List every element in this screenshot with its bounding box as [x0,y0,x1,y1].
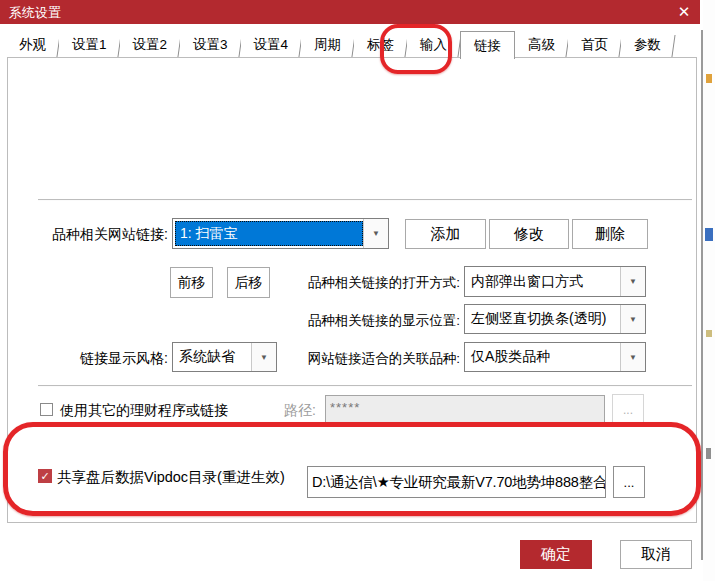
background-speck [705,228,713,241]
tab-settings3[interactable]: 设置3 [180,33,241,57]
divider-top [38,199,692,201]
system-settings-dialog: 系统设置 ✕ 外观 设置1 设置2 设置3 设置4 周期 标签 输入 链接 高级… [0,0,700,581]
vipdoc-browse-button[interactable]: ... [613,466,645,498]
background-speck [706,330,712,337]
tab-input[interactable]: 输入 [407,33,460,57]
add-button[interactable]: 添加 [405,219,486,249]
vipdoc-checkbox[interactable]: ✓ [38,469,52,483]
vipdoc-path-input[interactable]: D:\通达信\★专业研究最新V7.70地势坤888整合版 [307,466,606,498]
tab-settings1[interactable]: 设置1 [59,33,120,57]
tab-settings2[interactable]: 设置2 [120,33,181,57]
background-speck [706,74,712,83]
other-program-label: 使用其它的理财程序或链接 [60,402,228,420]
display-position-value: 左侧竖直切换条(透明) [466,306,620,332]
background-speck [706,448,711,459]
variety-value: 仅A股类品种 [466,344,620,370]
link-style-label: 链接显示风格: [60,350,168,368]
tab-advanced[interactable]: 高级 [515,33,568,57]
chevron-down-icon[interactable]: ▼ [620,267,645,296]
variety-label: 网站链接适合的关联品种: [300,350,460,368]
tab-appearance[interactable]: 外观 [6,33,59,57]
ok-button[interactable]: 确定 [520,540,592,569]
chevron-down-icon[interactable]: ▼ [363,219,388,248]
move-back-button[interactable]: 后移 [227,267,270,298]
display-position-label: 品种相关链接的显示位置: [300,312,460,330]
site-link-combobox[interactable]: 1: 扫雷宝 ▼ [172,218,389,249]
tab-homepage[interactable]: 首页 [568,33,621,57]
background-app-sliver [703,0,715,581]
tab-bar: 外观 设置1 设置2 设置3 设置4 周期 标签 输入 链接 高级 首页 参数 [6,33,674,58]
tab-settings4[interactable]: 设置4 [241,33,302,57]
divider-bottom [38,385,692,387]
link-style-combobox[interactable]: 系统缺省 ▼ [172,342,277,372]
site-link-selected-value: 1: 扫雷宝 [175,221,363,246]
check-icon: ✓ [40,470,49,482]
tab-params[interactable]: 参数 [621,33,674,57]
open-mode-label: 品种相关链接的打开方式: [300,274,460,292]
other-program-path-input: ***** [325,395,605,427]
link-style-value: 系统缺省 [174,344,251,370]
chevron-down-icon[interactable]: ▼ [620,343,645,371]
open-mode-combobox[interactable]: 内部弹出窗口方式 ▼ [464,266,646,297]
path-label: 路径: [284,402,316,420]
tab-label[interactable]: 标签 [354,33,407,57]
cancel-button[interactable]: 取消 [620,540,692,569]
site-link-label: 品种相关网站链接: [42,226,168,244]
close-icon[interactable]: ✕ [670,1,698,23]
move-forward-button[interactable]: 前移 [170,267,213,298]
screen: 系统设置 ✕ 外观 设置1 设置2 设置3 设置4 周期 标签 输入 链接 高级… [0,0,715,581]
dialog-title: 系统设置 [9,4,61,22]
titlebar[interactable]: 系统设置 ✕ [0,0,700,24]
delete-button[interactable]: 删除 [572,219,648,249]
chevron-down-icon[interactable]: ▼ [251,343,276,371]
vipdoc-label: 共享盘后数据Vipdoc目录(重进生效) [57,468,285,487]
tab-link[interactable]: 链接 [460,31,515,59]
other-program-browse-button: ... [612,394,644,425]
display-position-combobox[interactable]: 左侧竖直切换条(透明) ▼ [464,304,646,334]
chevron-down-icon[interactable]: ▼ [620,305,645,333]
tab-period[interactable]: 周期 [301,33,354,57]
modify-button[interactable]: 修改 [489,219,569,249]
other-program-checkbox[interactable] [40,403,53,416]
variety-combobox[interactable]: 仅A股类品种 ▼ [464,342,646,372]
open-mode-value: 内部弹出窗口方式 [466,268,620,295]
